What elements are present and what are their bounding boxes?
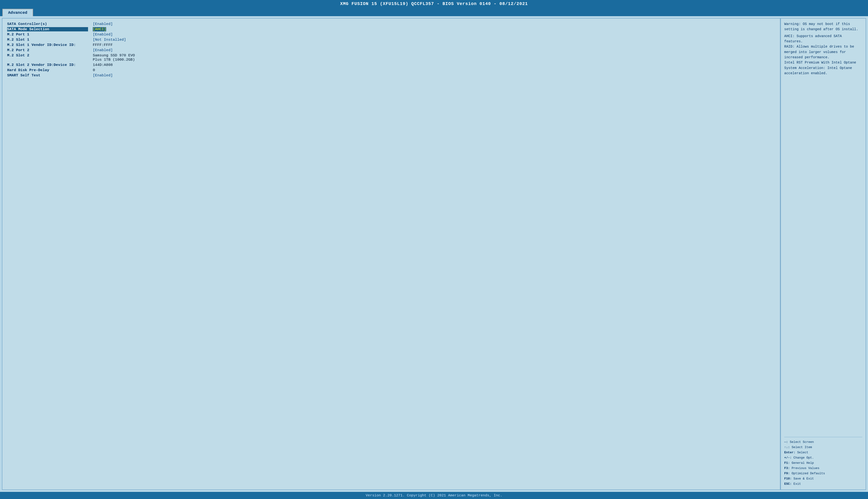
setting-row-7[interactable]: M.2 Slot 2 Vendor ID:Device ID:144D:A808: [7, 63, 775, 67]
key-item-5: F3: Previous Values: [784, 466, 862, 471]
tab-bar: Advanced: [0, 8, 868, 16]
setting-row-4[interactable]: M.2 Slot 1 Vendor ID:Device ID:FFFF:FFFF: [7, 43, 775, 47]
setting-label-6: M.2 Slot 2: [7, 53, 88, 62]
setting-value-8: 0: [93, 68, 95, 72]
key-item-1: ↑↓: Select Item: [784, 445, 862, 450]
setting-label-7: M.2 Slot 2 Vendor ID:Device ID:: [7, 63, 88, 67]
bios-header: XMG FUSION 15 (XFU15L19) QCCFL357 - BIOS…: [0, 0, 868, 8]
setting-row-3[interactable]: M.2 Slot 1[Not Installed]: [7, 38, 775, 42]
key-item-0: ↔: Select Screen: [784, 440, 862, 445]
header-title: XMG FUSION 15 (XFU15L19) QCCFL357 - BIOS…: [340, 1, 528, 7]
main-content: SATA Controller(s)[Enabled]SATA Mode Sel…: [0, 16, 868, 492]
footer-text: Version 2.20.1271. Copyright (C) 2021 Am…: [366, 493, 502, 498]
setting-label-2: M.2 Port 1: [7, 32, 88, 37]
key-item-3: +/-: Change Opt.: [784, 455, 862, 461]
setting-label-1: SATA Mode Selection: [7, 27, 88, 32]
setting-row-6[interactable]: M.2 Slot 2Samsung SSD 970 EVOPlus 1TB (1…: [7, 53, 775, 62]
settings-panel: SATA Controller(s)[Enabled]SATA Mode Sel…: [2, 18, 781, 490]
setting-value-6: Samsung SSD 970 EVOPlus 1TB (1000.2GB): [93, 53, 135, 62]
help-line-4: Intel RST Premium With Intel Optane Syst…: [784, 60, 862, 76]
setting-label-9: SMART Self Test: [7, 73, 88, 77]
setting-row-9[interactable]: SMART Self Test[Enabled]: [7, 73, 775, 77]
footer: Version 2.20.1271. Copyright (C) 2021 Am…: [0, 492, 868, 499]
setting-row-1[interactable]: SATA Mode Selection[AHCI]: [7, 27, 775, 32]
key-help: ↔: Select Screen↑↓: Select ItemEnter: Se…: [784, 440, 862, 487]
key-item-4: F1: General Help: [784, 461, 862, 466]
setting-label-0: SATA Controller(s): [7, 22, 88, 26]
key-item-6: F9: Optimized Defaults: [784, 471, 862, 476]
setting-row-5[interactable]: M.2 Port 2[Enabled]: [7, 48, 775, 52]
setting-value-4: FFFF:FFFF: [93, 43, 113, 47]
tab-advanced[interactable]: Advanced: [2, 9, 33, 16]
setting-value-7: 144D:A808: [93, 63, 113, 67]
setting-value-0: [Enabled]: [93, 22, 113, 26]
setting-value-9: [Enabled]: [93, 73, 113, 77]
key-item-7: F10: Save & Exit: [784, 476, 862, 482]
setting-row-0[interactable]: SATA Controller(s)[Enabled]: [7, 22, 775, 26]
setting-row-8[interactable]: Hard Disk Pre-Delay0: [7, 68, 775, 72]
setting-label-4: M.2 Slot 1 Vendor ID:Device ID:: [7, 43, 88, 47]
setting-value-5: [Enabled]: [93, 48, 113, 52]
settings-list: SATA Controller(s)[Enabled]SATA Mode Sel…: [7, 22, 775, 77]
help-line-3: RAID: Allows multiple drives to be merge…: [784, 44, 862, 60]
help-divider: [784, 437, 862, 437]
key-item-8: ESC: Exit: [784, 482, 862, 487]
setting-row-2[interactable]: M.2 Port 1[Enabled]: [7, 32, 775, 37]
setting-value-3: [Not Installed]: [93, 38, 126, 42]
help-line-0: Warning: OS may not boot if this setting…: [784, 21, 862, 32]
key-item-2: Enter: Select: [784, 450, 862, 455]
help-text: Warning: OS may not boot if this setting…: [784, 21, 862, 435]
setting-value-1: [AHCI]: [93, 27, 106, 32]
setting-label-5: M.2 Port 2: [7, 48, 88, 52]
help-line-2: AHCI: Supports advanced SATA features.: [784, 34, 862, 44]
setting-value-2: [Enabled]: [93, 32, 113, 37]
setting-label-8: Hard Disk Pre-Delay: [7, 68, 88, 72]
help-panel: Warning: OS may not boot if this setting…: [781, 18, 866, 490]
setting-label-3: M.2 Slot 1: [7, 38, 88, 42]
